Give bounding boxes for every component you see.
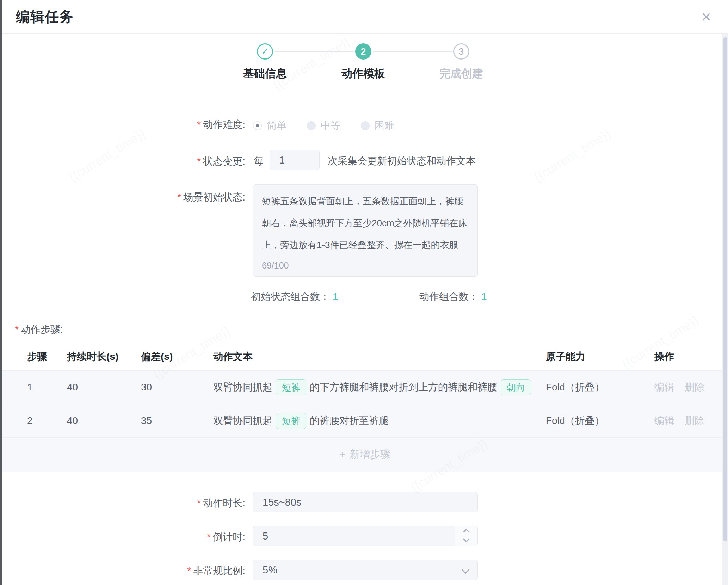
radio-hard-label: 困难 [375, 119, 394, 132]
action-combo-value: 1 [481, 291, 487, 302]
cell-action-text: 双臂协同抓起 短裤 的裤腰对折至裤腿 [213, 413, 546, 429]
countdown-label: *倒计时: [0, 530, 245, 544]
increment-button[interactable] [455, 526, 477, 536]
required-marker: * [197, 498, 201, 509]
cell-operations: 编辑 删除 [654, 414, 728, 427]
object-tag: 短裤 [276, 379, 306, 395]
col-operations: 操作 [654, 350, 728, 363]
table-row: 2 40 35 双臂协同抓起 短裤 的裤腰对折至裤腿 Fold（折叠） 编辑 删… [2, 404, 728, 438]
required-marker: * [207, 531, 211, 542]
cell-duration: 40 [67, 382, 141, 393]
radio-dot-icon [307, 121, 316, 130]
page-left-edge [0, 0, 2, 585]
duration-label: *动作时长: [0, 496, 245, 510]
cell-ability: Fold（折叠） [546, 381, 654, 394]
radio-easy-label: 简单 [267, 119, 286, 132]
state-change-label: *状态变更: [0, 154, 245, 168]
dialog-header: 编辑任务 × [2, 0, 728, 34]
step-2-number: 2 [361, 46, 366, 57]
action-steps-label: *动作步骤: [15, 323, 63, 336]
chevron-down-icon [463, 536, 469, 542]
duration-input[interactable] [253, 492, 478, 512]
countdown-input[interactable] [253, 526, 478, 546]
close-icon[interactable]: × [701, 8, 711, 25]
initial-combo-count: 初始状态组合数：1 [251, 290, 338, 303]
col-action-text: 动作文本 [213, 350, 546, 363]
add-step-label: 新增步骤 [350, 448, 390, 462]
radio-hard[interactable]: 困难 [361, 119, 394, 132]
table-row: 1 40 30 双臂协同抓起 短裤 的下方裤腿和裤腰对折到上方的裤腿和裤腰 朝向… [2, 371, 728, 404]
cell-step: 2 [27, 415, 67, 426]
plus-icon: + [339, 449, 346, 461]
cell-action-text: 双臂协同抓起 短裤 的下方裤腿和裤腰对折到上方的裤腿和裤腰 朝向 [213, 379, 546, 395]
action-combo-label: 动作组合数： [419, 291, 479, 302]
radio-medium[interactable]: 中等 [307, 119, 340, 132]
step-1-circle: ✓ [257, 43, 273, 60]
cell-duration: 40 [67, 415, 141, 426]
chevron-up-icon [463, 529, 469, 535]
stepper-line [275, 51, 354, 52]
initial-state-textarea[interactable]: 短裤五条数据背面朝上，五条数据正面朝上，裤腰朝右，离头部视野下方至少20cm之外… [253, 185, 477, 252]
state-change-suffix: 次采集会更新初始状态和动作文本 [328, 154, 476, 168]
chevron-down-icon [462, 566, 470, 574]
required-marker: * [177, 192, 181, 203]
difficulty-label: *动作难度: [0, 118, 245, 132]
initial-combo-value: 1 [333, 291, 338, 302]
step-3-number: 3 [459, 46, 464, 57]
delete-link[interactable]: 删除 [685, 381, 704, 394]
required-marker: * [187, 565, 191, 576]
initial-combo-label: 初始状态组合数： [251, 291, 330, 302]
radio-medium-label: 中等 [321, 119, 340, 132]
action-text-segment: 的下方裤腿和裤腰对折到上方的裤腿和裤腰 [310, 381, 497, 394]
check-icon: ✓ [261, 46, 269, 57]
cell-ability: Fold（折叠） [546, 414, 654, 427]
col-ability: 原子能力 [546, 350, 654, 363]
number-steppers [455, 526, 477, 546]
radio-dot-icon [253, 121, 262, 130]
action-text-segment: 的裤腰对折至裤腿 [310, 414, 389, 427]
delete-link[interactable]: 删除 [685, 414, 704, 427]
stepper-line [373, 51, 452, 52]
difficulty-radio-group: 简单 中等 困难 [253, 118, 394, 133]
select-value: 5% [263, 564, 277, 576]
radio-easy[interactable]: 简单 [253, 119, 286, 132]
action-steps-table: 步骤 持续时长(s) 偏差(s) 动作文本 原子能力 操作 1 40 30 双臂… [2, 343, 728, 472]
action-combo-count: 动作组合数：1 [419, 290, 487, 303]
watermark-text: {{current_time}} [531, 126, 613, 185]
action-text-segment: 双臂协同抓起 [213, 414, 272, 427]
col-duration: 持续时长(s) [67, 350, 141, 363]
col-step: 步骤 [27, 350, 67, 363]
object-tag: 短裤 [276, 413, 306, 429]
step-1-label: 基础信息 [219, 66, 311, 81]
cell-deviation: 30 [141, 382, 213, 393]
decrement-button[interactable] [455, 536, 477, 546]
dialog-title: 编辑任务 [16, 7, 74, 26]
step-2-circle: 2 [355, 43, 371, 60]
required-marker: * [197, 156, 201, 167]
watermark-text: {{current_time}} [271, 34, 353, 93]
countdown-field [253, 526, 478, 546]
scrollbar-thumb[interactable] [723, 37, 727, 541]
state-change-input[interactable] [270, 150, 320, 170]
orientation-tag: 朝向 [501, 379, 531, 395]
cell-deviation: 35 [141, 415, 213, 426]
add-step-button[interactable]: + 新增步骤 [2, 438, 728, 472]
cell-operations: 编辑 删除 [654, 381, 728, 394]
scrollbar[interactable] [722, 34, 728, 585]
table-header-row: 步骤 持续时长(s) 偏差(s) 动作文本 原子能力 操作 [2, 343, 728, 371]
cell-step: 1 [27, 382, 67, 393]
edit-link[interactable]: 编辑 [654, 414, 674, 427]
radio-dot-icon [361, 121, 370, 130]
step-3-circle: 3 [453, 43, 469, 60]
edit-task-dialog: { "watermark": { "text": "{{current_time… [0, 0, 728, 585]
required-marker: * [15, 324, 19, 335]
initial-state-label: *场景初始状态: [0, 190, 245, 204]
required-marker: * [197, 119, 201, 130]
step-2-label: 动作模板 [317, 66, 409, 81]
unusual-ratio-label: *非常规比例: [0, 564, 245, 578]
step-3-label: 完成创建 [415, 66, 507, 81]
edit-link[interactable]: 编辑 [654, 381, 674, 394]
action-text-segment: 双臂协同抓起 [213, 381, 272, 394]
unusual-ratio-select[interactable]: 5% [253, 560, 478, 580]
initial-state-field: 短裤五条数据背面朝上，五条数据正面朝上，裤腰朝右，离头部视野下方至少20cm之外… [253, 184, 478, 277]
